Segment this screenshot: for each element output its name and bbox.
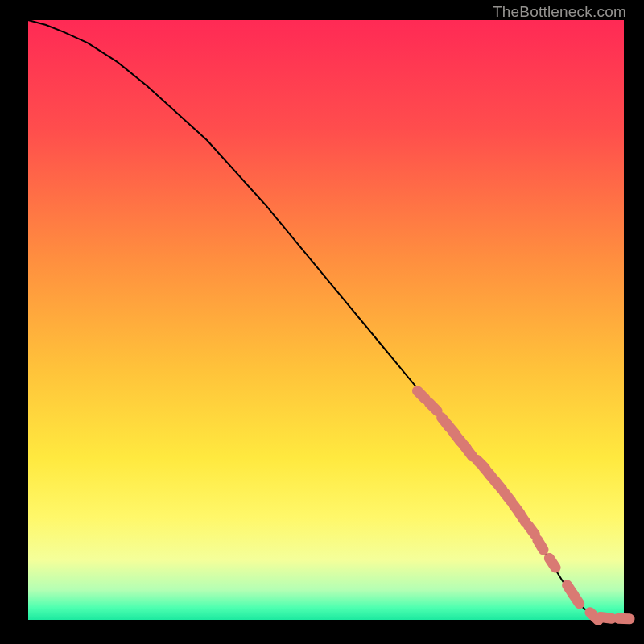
marker-group (417, 391, 630, 621)
marker-point (429, 403, 437, 411)
marker-point (601, 617, 612, 619)
marker-point (618, 618, 630, 619)
marker-point (465, 448, 473, 456)
marker-point (417, 391, 425, 399)
marker-point (504, 493, 511, 502)
marker-point (549, 558, 555, 568)
chart-overlay (28, 20, 624, 620)
marker-point (573, 594, 580, 604)
attribution-text: TheBottleneck.com (493, 3, 626, 21)
marker-point (528, 526, 535, 535)
marker-point (519, 514, 526, 523)
chart-frame: TheBottleneck.com (0, 0, 644, 644)
marker-point (538, 540, 543, 550)
